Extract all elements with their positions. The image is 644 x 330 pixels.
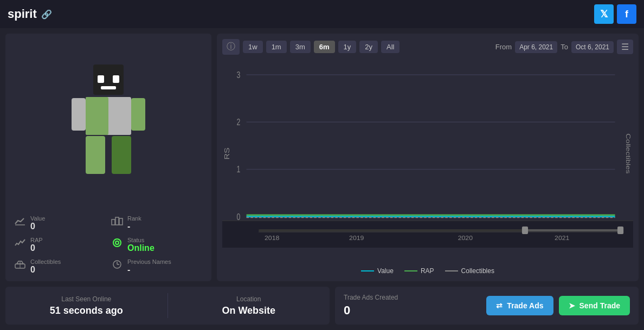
logo-text: spirit [8, 7, 37, 21]
previous-names-value: - [127, 265, 171, 275]
trade-ads-info: Trade Ads Created 0 [344, 294, 481, 318]
social-buttons: 𝕏 f [594, 4, 636, 24]
link-icon: 🔗 [41, 9, 52, 20]
svg-rect-13 [119, 218, 123, 225]
stat-rank: Rank - [111, 215, 203, 231]
stat-previous-names: Previous Names - [111, 258, 203, 275]
chart-toolbar: ⓘ 1w 1m 3m 6m 1y 2y All From Apr 6, 2021… [222, 39, 633, 55]
svg-text:RS: RS [223, 147, 231, 159]
status-label: Status [127, 237, 154, 243]
last-seen-stat: Last Seen Online 51 seconds ago [5, 287, 168, 325]
bottom-right-panel: Trade Ads Created 0 ⇄ Trade Ads ➤ Send T… [335, 287, 639, 325]
svg-text:2021: 2021 [555, 235, 569, 241]
timeline-area: 2018 2019 2020 2021 [222, 221, 633, 248]
time-btn-1y[interactable]: 1y [338, 41, 357, 53]
legend-value-label: Value [377, 267, 394, 275]
legend-value-line [361, 270, 374, 271]
svg-rect-2 [113, 75, 119, 83]
svg-rect-49 [617, 227, 623, 234]
legend-collectibles-label: Collectibles [461, 267, 494, 275]
trade-ads-value: 0 [344, 303, 481, 318]
rank-icon [111, 216, 123, 229]
avatar-image [65, 59, 152, 184]
svg-point-14 [113, 239, 121, 247]
time-btn-6m[interactable]: 6m [314, 41, 335, 53]
trade-ads-btn-label: Trade Ads [507, 301, 543, 310]
chart-panel: ⓘ 1w 1m 3m 6m 1y 2y All From Apr 6, 2021… [217, 34, 639, 281]
legend-collectibles-line [445, 270, 458, 271]
legend-collectibles: Collectibles [445, 267, 494, 275]
legend-rap-label: RAP [421, 267, 434, 275]
last-seen-value: 51 seconds ago [50, 305, 123, 316]
stat-rap: RAP 0 [14, 237, 106, 253]
svg-text:Collectibles: Collectibles [624, 133, 632, 173]
send-trade-button[interactable]: ➤ Send Trade [559, 296, 630, 315]
header: spirit 🔗 𝕏 f [0, 0, 644, 28]
svg-text:2019: 2019 [349, 235, 364, 241]
svg-rect-1 [98, 75, 104, 83]
svg-rect-6 [131, 98, 145, 131]
from-date: Apr 6, 2021 [515, 41, 557, 53]
send-trade-icon: ➤ [569, 301, 575, 310]
time-btn-1m[interactable]: 1m [266, 41, 287, 53]
chart-menu-icon[interactable]: ☰ [617, 40, 633, 54]
stat-collectibles: Collectibles 0 [14, 258, 106, 275]
trade-ads-button[interactable]: ⇄ Trade Ads [486, 296, 553, 315]
rank-number: - [127, 222, 141, 231]
previous-names-icon [111, 260, 123, 272]
rap-number: 0 [30, 243, 43, 253]
svg-rect-9 [112, 136, 131, 174]
date-range: From Apr 6, 2021 To Oct 6, 2021 ☰ [495, 40, 633, 54]
main-content: Value 0 Rank - RAP [0, 28, 644, 287]
collectibles-icon [14, 260, 26, 272]
time-btn-3m[interactable]: 3m [290, 41, 311, 53]
stat-value: Value 0 [14, 215, 106, 231]
bottom-left-panel: Last Seen Online 51 seconds ago Location… [5, 287, 330, 325]
alert-icon[interactable]: ⓘ [222, 39, 240, 55]
time-btn-2y[interactable]: 2y [359, 41, 378, 53]
logo: spirit 🔗 [8, 7, 52, 21]
twitter-button[interactable]: 𝕏 [594, 4, 614, 24]
rank-label: Rank [127, 215, 141, 222]
from-label: From [495, 43, 512, 51]
svg-text:2020: 2020 [458, 235, 473, 241]
svg-text:2: 2 [237, 118, 241, 127]
previous-names-label: Previous Names [127, 258, 171, 265]
time-btn-1w[interactable]: 1w [243, 41, 263, 53]
legend-rap-line [404, 270, 417, 271]
svg-rect-47 [524, 229, 621, 231]
collectibles-label: Collectibles [30, 258, 61, 265]
stat-status: Status Online [111, 237, 203, 253]
svg-rect-7 [72, 98, 86, 131]
location-value: On Website [222, 305, 275, 316]
avatar-panel: Value 0 Rank - RAP [5, 34, 211, 281]
to-date: Oct 6, 2021 [571, 41, 614, 53]
location-label: Location [236, 295, 261, 303]
facebook-button[interactable]: f [617, 4, 636, 24]
svg-rect-8 [86, 136, 105, 174]
location-stat: Location On Website [168, 287, 330, 325]
time-btn-all[interactable]: All [381, 41, 400, 53]
avatar-display [5, 34, 211, 209]
send-trade-btn-label: Send Trade [579, 301, 620, 310]
rap-label: RAP [30, 237, 43, 243]
trade-ads-label: Trade Ads Created [344, 294, 481, 301]
collectibles-number: 0 [30, 265, 61, 275]
legend-rap: RAP [404, 267, 434, 275]
svg-text:1: 1 [237, 165, 241, 174]
last-seen-label: Last Seen Online [61, 295, 111, 303]
svg-text:3: 3 [237, 70, 241, 80]
status-value: Online [127, 243, 154, 253]
chart-area: 3 2 1 0 RS Collectibles May '21 Jun '21 … [222, 59, 633, 264]
bottom-bar: Last Seen Online 51 seconds ago Location… [0, 287, 644, 330]
status-icon [111, 238, 123, 250]
svg-rect-48 [522, 227, 528, 234]
svg-text:2018: 2018 [265, 235, 279, 241]
to-label: To [561, 43, 568, 51]
svg-rect-12 [112, 219, 115, 225]
svg-rect-3 [101, 86, 116, 89]
svg-rect-11 [115, 217, 119, 225]
svg-point-15 [115, 241, 119, 244]
stats-grid: Value 0 Rank - RAP [5, 209, 211, 281]
legend-value: Value [361, 267, 394, 275]
